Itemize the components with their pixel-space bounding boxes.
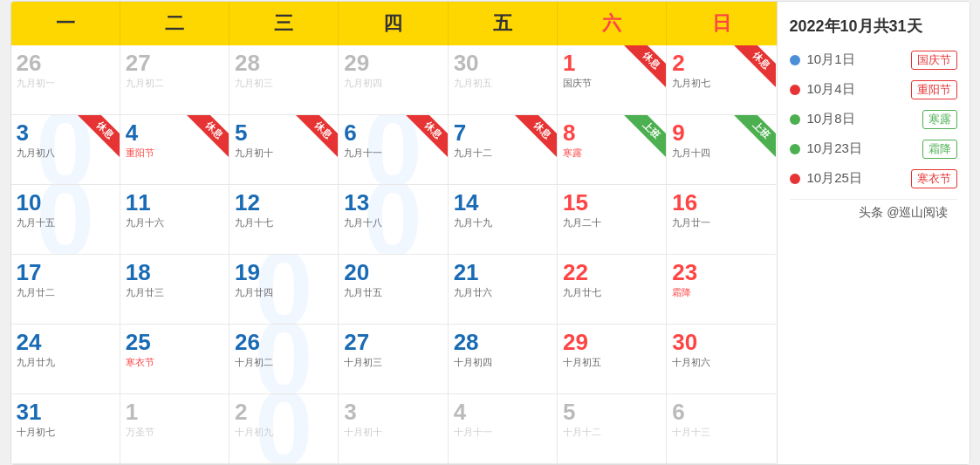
calendar-cell: 24九月廿九: [11, 325, 120, 394]
cell-inner: 3九月初八: [17, 120, 114, 161]
lunar-date: 九月初八: [17, 147, 114, 160]
calendar-cell: 休息7九月十二: [449, 115, 558, 185]
day-number: 19: [235, 260, 332, 285]
event-date: 10月23日: [807, 140, 915, 157]
lunar-date: 重阳节: [126, 147, 223, 160]
lunar-date: 九月初七: [672, 77, 771, 90]
day-number: 8: [563, 120, 661, 146]
side-title: 2022年10月共31天: [790, 16, 957, 37]
day-number: 5: [563, 400, 661, 425]
day-number: 28: [454, 330, 552, 355]
calendar-cell: 026十月初二: [230, 325, 339, 394]
calendar-cell: 23霜降: [667, 255, 776, 325]
calendar-cell: 29十月初五: [558, 325, 667, 394]
cell-inner: 5十月十二: [563, 400, 661, 440]
calendar-cell: 013九月十八: [339, 185, 448, 255]
header-weekday-0: 一: [11, 2, 120, 45]
day-number: 6: [672, 400, 771, 425]
day-number: 16: [672, 190, 771, 215]
calendar-cell: 5十月十二: [558, 394, 667, 464]
cell-inner: 30十月初六: [672, 330, 771, 370]
lunar-date: 九月初五: [454, 77, 552, 90]
lunar-date: 九月廿二: [17, 286, 114, 299]
lunar-date: 九月十八: [344, 216, 442, 229]
lunar-date: 寒衣节: [126, 356, 223, 369]
calendar-cell: 26九月初一: [11, 45, 120, 115]
calendar-cell: 0休息6九月十一: [339, 115, 448, 185]
calendar-cell: 6十月十三: [667, 394, 776, 464]
calendar-cell: 15九月二十: [558, 185, 667, 255]
calendar-cell: 20九月廿五: [339, 255, 448, 325]
calendar-cell: 1万圣节: [120, 394, 230, 464]
event-dot: [790, 114, 800, 125]
cell-inner: 4重阳节: [126, 120, 223, 161]
day-number: 10: [17, 190, 114, 215]
lunar-date: 十月十二: [563, 426, 661, 439]
day-number: 27: [126, 51, 223, 76]
event-dot: [790, 85, 800, 95]
side-items: 10月1日国庆节10月4日重阳节10月8日寒露10月23日霜降10月25日寒衣节: [790, 51, 957, 188]
cell-inner: 2九月初七: [672, 51, 771, 91]
cell-inner: 3十月初十: [344, 400, 442, 440]
calendar-cell: 12九月十七: [230, 185, 339, 255]
cell-inner: 21九月廿六: [454, 260, 552, 300]
calendar-cell: 14九月十九: [449, 185, 558, 255]
day-number: 3: [344, 400, 442, 425]
lunar-date: 九月十五: [17, 216, 114, 229]
cell-inner: 16九月廿一: [672, 190, 771, 230]
cell-inner: 7九月十二: [454, 120, 552, 161]
day-number: 26: [235, 330, 332, 355]
calendar-cell: 休息1国庆节: [558, 45, 667, 115]
lunar-date: 九月十一: [344, 147, 442, 160]
calendar-cell: 27九月初二: [120, 45, 230, 115]
calendar-cell: 25寒衣节: [120, 325, 230, 394]
cell-inner: 31十月初七: [17, 400, 114, 440]
cell-inner: 24九月廿九: [17, 330, 114, 370]
lunar-date: 九月廿六: [454, 286, 552, 299]
cell-inner: 18九月廿三: [126, 260, 223, 300]
calendar-body: 26九月初一27九月初二28九月初三29九月初四30九月初五休息1国庆节休息2九…: [11, 45, 777, 464]
cell-inner: 6九月十一: [344, 120, 442, 161]
calendar-cell: 上班8寒露: [558, 115, 667, 185]
day-number: 22: [563, 260, 661, 285]
lunar-date: 十月初二: [235, 356, 332, 369]
day-number: 20: [344, 260, 442, 285]
calendar-cell: 27十月初三: [339, 325, 448, 394]
calendar-cell: 30九月初五: [449, 45, 558, 115]
cell-inner: 28九月初三: [235, 51, 332, 91]
header-weekday-3: 四: [339, 2, 448, 45]
cell-inner: 11九月十六: [126, 190, 223, 230]
cell-inner: 28十月初四: [454, 330, 552, 370]
side-event-item: 10月4日重阳节: [790, 80, 957, 99]
cell-inner: 5九月初十: [235, 120, 332, 161]
lunar-date: 九月十六: [126, 216, 223, 229]
calendar-cell: 22九月廿七: [558, 255, 667, 325]
calendar-cell: 29九月初四: [339, 45, 448, 115]
calendar-cell: 4十月十一: [449, 394, 558, 464]
calendar-header-row: 一二三四五六日: [11, 2, 777, 45]
event-dot: [790, 144, 800, 154]
cell-inner: 26十月初二: [235, 330, 332, 370]
lunar-date: 九月十四: [672, 147, 771, 160]
day-number: 23: [672, 260, 771, 285]
calendar-cell: 019九月廿四: [230, 255, 339, 325]
event-label: 寒露: [922, 110, 957, 129]
day-number: 3: [17, 120, 114, 146]
event-dot: [790, 55, 800, 65]
day-number: 15: [563, 190, 661, 215]
day-number: 31: [17, 400, 114, 425]
day-number: 11: [126, 190, 223, 215]
calendar-cell: 0休息3九月初八: [11, 115, 120, 185]
lunar-date: 九月初一: [17, 77, 114, 90]
cell-inner: 15九月二十: [563, 190, 661, 230]
lunar-date: 九月廿三: [126, 286, 223, 299]
lunar-date: 十月初六: [672, 356, 771, 369]
calendar-cell: 17九月廿二: [11, 255, 120, 325]
cell-inner: 1国庆节: [563, 51, 661, 91]
cell-inner: 27九月初二: [126, 51, 223, 91]
lunar-date: 九月初三: [235, 77, 332, 90]
event-label: 国庆节: [911, 51, 957, 70]
calendar-wrapper: 一二三四五六日 26九月初一27九月初二28九月初三29九月初四30九月初五休息…: [10, 1, 970, 465]
lunar-date: 九月十九: [454, 216, 552, 229]
cell-inner: 19九月廿四: [235, 260, 332, 300]
